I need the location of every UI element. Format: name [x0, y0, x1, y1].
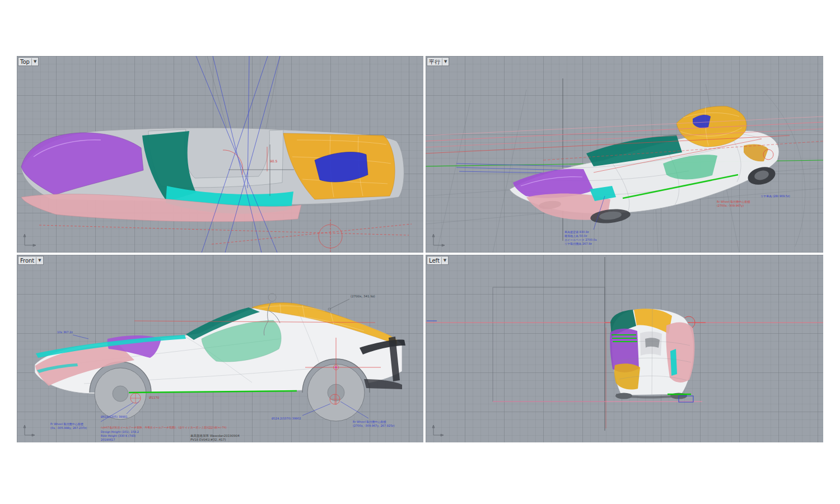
top-view-canvas[interactable]: 90.5	[17, 56, 423, 253]
cyan-vertical-sliver[interactable]	[670, 349, 677, 376]
viewport-top[interactable]: Top ▼	[17, 56, 423, 253]
svg-text:20190617: 20190617	[101, 438, 115, 441]
svg-text:Fr Wheel 取付面中心座標: Fr Wheel 取付面中心座標	[50, 422, 83, 426]
design-notes: Design Height (101), 158.2 Ride Height (…	[101, 430, 139, 441]
app-window: { "viewports": { "caret": "▼", "top": {"…	[0, 0, 840, 504]
footer-notes: 車高規格加算 Wasedan20190904 PV18 EV041(#32..4…	[190, 434, 240, 441]
viewport-left-title[interactable]: Left ▼	[427, 256, 449, 265]
deck-note: (2700x, 341.9z)	[351, 295, 375, 298]
reference-box	[493, 287, 605, 402]
chevron-down-icon: ▼	[36, 257, 41, 264]
perspective-view-canvas[interactable]: 車高規定値 830.9z 最低地上高 50.0z ホイールベース 2700.0x…	[426, 56, 823, 253]
chevron-down-icon: ▼	[31, 58, 36, 66]
rr-coord-block: Rr Wheel 取付面中心座標 (2700x, -309.967y, 267.…	[353, 420, 395, 428]
svg-text:車高規定値 830.9z: 車高規定値 830.9z	[564, 230, 589, 234]
svg-text:(0x, -305.998y, 267.237z): (0x, -305.998y, 267.237z)	[50, 426, 87, 430]
axis-indicator-icon	[24, 234, 36, 246]
svg-text:車高規格加算 Wasedan20190904: 車高規格加算 Wasedan20190904	[190, 434, 240, 438]
svg-text:最低地上高 50.0z: 最低地上高 50.0z	[564, 234, 587, 237]
front-dia-label: Ø1170	[149, 396, 160, 399]
viewport-top-label: Top	[20, 58, 30, 66]
axis-indicator-icon	[24, 425, 35, 436]
viewport-front-label: Front	[20, 257, 34, 264]
front-view-canvas[interactable]: (2700x, 341.9z) 10x 367.2z Ø1170 Ø616(S3…	[17, 255, 423, 442]
svg-text:Rr Wheel 取付面中心座標: Rr Wheel 取付面中心座標	[353, 420, 386, 424]
annotation-right-note: リヤ車高 (28t 909.5z)	[760, 194, 790, 198]
annotation-red: Rr Wheel 取付面中心座標 (2700x, -309.967y)	[717, 200, 750, 208]
viewport-front-title[interactable]: Front ▼	[18, 256, 44, 265]
pink-side-panel[interactable]	[666, 322, 694, 382]
front-wheel-hub	[113, 386, 128, 402]
svg-text:PV18 EV041(#32..417): PV18 EV041(#32..417)	[190, 438, 226, 441]
viewport-left[interactable]: Left ▼	[426, 255, 823, 442]
left-view-canvas[interactable]	[426, 255, 823, 442]
chevron-down-icon: ▼	[442, 58, 447, 66]
viewport-perspective-title[interactable]: 平行 ▼	[427, 57, 449, 66]
front-wheel-label: Ø616(S305) 39981	[101, 415, 128, 418]
svg-text:ホイールベース 2700.0x: ホイールベース 2700.0x	[564, 238, 597, 241]
rear-wheel-label: Ø124.2(S370) 39902	[272, 417, 301, 420]
viewport-perspective[interactable]: 平行 ▼	[426, 56, 823, 253]
front-fender-purple[interactable]	[513, 169, 594, 198]
viewport-top-title[interactable]: Top ▼	[18, 57, 39, 66]
svg-text:(2700x, -309.967y): (2700x, -309.967y)	[717, 204, 744, 208]
viewport-left-label: Left	[429, 257, 440, 264]
svg-text:Ride Height (330 K (743): Ride Height (330 K (743)	[101, 434, 136, 438]
car-side-view[interactable]	[35, 293, 405, 421]
chevron-down-icon: ▼	[441, 257, 446, 264]
svg-text:(2700x, -309.967y, 267.925z): (2700x, -309.967y, 267.925z)	[353, 424, 395, 428]
dimension-text: 90.5	[270, 159, 278, 163]
viewport-front[interactable]: Front ▼	[17, 255, 423, 442]
cad-workspace: Top ▼	[17, 56, 823, 442]
svg-text:リヤ取付面高 267.9z: リヤ取付面高 267.9z	[564, 242, 592, 246]
fr-coord-block: Fr Wheel 取付面中心座標 (0x, -305.998y, 267.237…	[50, 422, 87, 430]
hood-note: 10x 367.2z	[57, 330, 73, 334]
axis-indicator-icon	[432, 425, 444, 436]
viewport-perspective-label: 平行	[429, 58, 440, 66]
svg-text:Rr Wheel 取付面中心座標: Rr Wheel 取付面中心座標	[717, 200, 750, 204]
rule-note: rule67条2項(ホイールアーチ装飾、外寄ホイールアーチ範囲)、(含サイドカー…	[101, 426, 226, 430]
center-intake	[645, 338, 660, 348]
car-top-view[interactable]	[21, 128, 404, 222]
leader-deck	[328, 299, 349, 310]
magenta-marker	[335, 366, 337, 368]
left-wheel[interactable]	[615, 393, 632, 399]
annotation-block-blue: 車高規定値 830.9z 最低地上高 50.0z ホイールベース 2700.0x…	[564, 230, 597, 246]
svg-text:Design Height (101), 158.2: Design Height (101), 158.2	[101, 430, 139, 434]
car-rear-view[interactable]	[610, 309, 694, 402]
